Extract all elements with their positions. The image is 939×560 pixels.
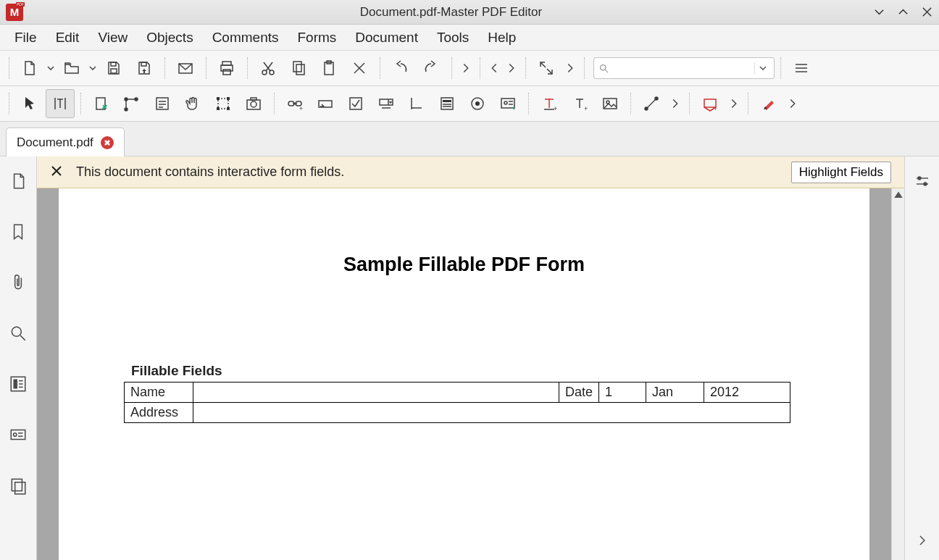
close-icon[interactable]	[921, 6, 933, 18]
undo-button[interactable]	[386, 54, 415, 83]
search-input[interactable]	[612, 63, 754, 74]
snapshot-tool[interactable]	[239, 89, 268, 118]
email-button[interactable]	[171, 54, 200, 83]
signature-tool[interactable]	[493, 89, 522, 118]
page-viewport: Sample Fillable PDF Form Fillable Fields…	[37, 188, 904, 560]
menu-document[interactable]: Document	[346, 25, 427, 50]
infobar-close-icon[interactable]	[50, 164, 63, 180]
next-page-button[interactable]	[504, 54, 519, 83]
app-icon	[6, 4, 23, 21]
minimize-icon[interactable]	[873, 6, 885, 18]
marker-more-button[interactable]	[785, 89, 801, 118]
shapes-more-button[interactable]	[667, 89, 683, 118]
properties-toggle-button[interactable]	[914, 172, 931, 192]
zoom-more-button[interactable]	[562, 54, 578, 83]
menu-tools[interactable]: Tools	[428, 25, 477, 50]
align-tool[interactable]	[402, 89, 431, 118]
redo-button[interactable]	[417, 54, 446, 83]
copy-button[interactable]	[284, 54, 313, 83]
line-tool[interactable]	[637, 89, 666, 118]
save-as-button[interactable]	[130, 54, 159, 83]
marker-tool[interactable]	[754, 89, 783, 118]
fit-page-button[interactable]	[532, 54, 561, 83]
vertical-scrollbar[interactable]	[891, 188, 904, 560]
listbox-tool[interactable]	[433, 89, 462, 118]
radio-tool[interactable]	[463, 89, 492, 118]
date-day-field[interactable]: 1	[599, 383, 646, 403]
date-month-field[interactable]: Jan	[646, 383, 704, 403]
page-gutter-left	[37, 188, 59, 560]
layers-panel-button[interactable]	[4, 471, 33, 500]
right-rail-expand-button[interactable]	[914, 532, 931, 551]
svg-rect-8	[223, 70, 230, 75]
hand-tool[interactable]	[178, 89, 207, 118]
svg-rect-88	[12, 479, 22, 490]
hamburger-button[interactable]	[787, 54, 816, 83]
svg-point-21	[601, 64, 606, 70]
menu-edit[interactable]: Edit	[47, 25, 88, 50]
checkbox-tool[interactable]	[341, 89, 370, 118]
document-tab[interactable]: Document.pdf	[6, 128, 125, 156]
image-tool[interactable]	[596, 89, 625, 118]
delete-button[interactable]	[345, 54, 374, 83]
svg-rect-36	[218, 99, 228, 109]
menu-file[interactable]: File	[6, 25, 46, 50]
edit-vector-tool[interactable]	[117, 89, 146, 118]
select-tool[interactable]	[209, 89, 238, 118]
maximize-icon[interactable]	[897, 6, 909, 18]
date-label: Date	[559, 383, 599, 403]
svg-rect-49	[350, 98, 362, 109]
fields-panel-button[interactable]	[4, 420, 33, 449]
scroll-up-icon[interactable]	[894, 190, 903, 201]
address-label: Address	[125, 403, 193, 423]
pdf-section-title: Fillable Fields	[131, 363, 804, 379]
menu-comments[interactable]: Comments	[204, 25, 288, 50]
menu-forms[interactable]: Forms	[289, 25, 346, 50]
search-panel-button[interactable]	[4, 319, 33, 348]
thumbnails-panel-button[interactable]	[4, 369, 33, 398]
pdf-page[interactable]: Sample Fillable PDF Form Fillable Fields…	[59, 188, 869, 560]
edit-field-tool[interactable]	[311, 89, 340, 118]
search-dropdown[interactable]	[754, 62, 769, 74]
svg-line-78	[20, 335, 25, 340]
right-rail	[904, 156, 939, 560]
cut-button[interactable]	[254, 54, 283, 83]
tab-close-icon[interactable]	[101, 136, 114, 149]
svg-rect-40	[227, 107, 230, 110]
search-box[interactable]	[593, 57, 775, 79]
menu-view[interactable]: View	[89, 25, 136, 50]
address-field[interactable]	[193, 403, 790, 423]
stamp-more-button[interactable]	[726, 89, 742, 118]
bookmarks-panel-button[interactable]	[4, 217, 33, 246]
open-file-button[interactable]	[57, 54, 86, 83]
menu-help[interactable]: Help	[479, 25, 525, 50]
highlight-text-tool[interactable]: +	[535, 89, 564, 118]
name-field[interactable]	[193, 383, 559, 403]
pages-panel-button[interactable]	[4, 167, 33, 196]
open-file-dropdown[interactable]	[88, 64, 98, 72]
link-tool[interactable]: +	[280, 89, 309, 118]
dropdown-tool[interactable]	[372, 89, 401, 118]
page-gutter-right	[869, 188, 891, 560]
prev-page-button[interactable]	[486, 54, 502, 83]
form-list-tool[interactable]	[148, 89, 177, 118]
svg-point-31	[135, 98, 138, 101]
date-year-field[interactable]: 2012	[704, 383, 790, 403]
edit-doc-tool[interactable]	[87, 89, 116, 118]
edit-text-tool[interactable]	[46, 89, 75, 118]
svg-rect-80	[14, 380, 17, 389]
new-file-button[interactable]	[15, 54, 44, 83]
next-small-button[interactable]	[458, 54, 474, 83]
attachments-panel-button[interactable]	[4, 268, 33, 297]
save-button[interactable]	[99, 54, 128, 83]
print-button[interactable]	[212, 54, 241, 83]
svg-point-85	[14, 433, 17, 436]
insert-text-tool[interactable]: +	[565, 89, 594, 118]
pointer-tool[interactable]	[15, 89, 44, 118]
highlight-fields-button[interactable]: Highlight Fields	[791, 162, 891, 183]
menu-objects[interactable]: Objects	[138, 25, 201, 50]
paste-button[interactable]	[314, 54, 343, 83]
new-file-dropdown[interactable]	[46, 64, 56, 72]
form-table: Name Date 1 Jan 2012 Address	[124, 382, 790, 423]
stamp-tool[interactable]: +	[696, 89, 725, 118]
